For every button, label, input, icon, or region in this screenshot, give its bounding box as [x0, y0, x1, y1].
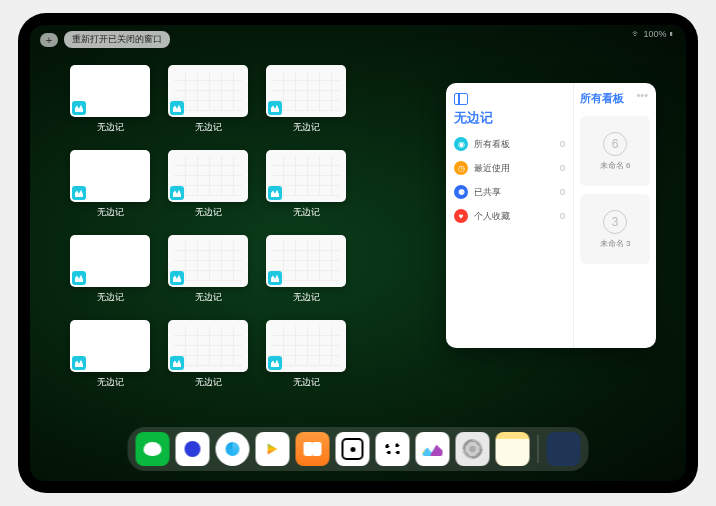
- board-card[interactable]: 6未命名 6: [580, 116, 650, 186]
- sidebar-icon: [454, 93, 468, 105]
- app-window[interactable]: 无边记: [70, 320, 150, 389]
- freeform-icon: [268, 271, 282, 285]
- graph-icon[interactable]: [376, 432, 410, 466]
- app-label: 无边记: [195, 376, 222, 389]
- filter-count: 0: [560, 211, 565, 221]
- window-thumbnail: [70, 150, 150, 202]
- filter-row[interactable]: ◉所有看板0: [454, 137, 565, 151]
- filter-label: 个人收藏: [474, 210, 510, 223]
- window-thumbnail: [266, 235, 346, 287]
- filter-count: 0: [560, 163, 565, 173]
- more-button[interactable]: •••: [636, 89, 648, 101]
- window-thumbnail: [168, 320, 248, 372]
- popover-title: 无边记: [454, 109, 565, 127]
- window-thumbnail: [70, 235, 150, 287]
- window-thumbnail: [168, 65, 248, 117]
- app-window[interactable]: 无边记: [70, 235, 150, 304]
- notes-icon[interactable]: [496, 432, 530, 466]
- app-window[interactable]: 无边记: [168, 65, 248, 134]
- board-sketch: 3: [603, 210, 627, 234]
- popover-content: ••• 所有看板 6未命名 63未命名 3: [574, 83, 656, 348]
- freeform-icon: [72, 186, 86, 200]
- board-name: 未命名 6: [600, 160, 631, 171]
- app-label: 无边记: [97, 291, 124, 304]
- app-label: 无边记: [293, 121, 320, 134]
- filter-icon: ♥: [454, 209, 468, 223]
- app-label: 无边记: [97, 121, 124, 134]
- app-library-icon[interactable]: [547, 432, 581, 466]
- app-label: 无边记: [97, 206, 124, 219]
- top-bar: + 重新打开已关闭的窗口: [40, 31, 170, 48]
- window-thumbnail: [168, 235, 248, 287]
- filter-row[interactable]: ◷最近使用0: [454, 161, 565, 175]
- settings-icon[interactable]: [456, 432, 490, 466]
- filter-icon: ◉: [454, 137, 468, 151]
- dock-separator: [538, 435, 539, 463]
- popover-sidebar: 无边记 ◉所有看板0◷最近使用0⚉已共享0♥个人收藏0: [446, 83, 574, 348]
- status-bar: ᯤ 100% ▮: [632, 29, 674, 39]
- freeform-icon: [170, 356, 184, 370]
- filter-count: 0: [560, 139, 565, 149]
- board-card[interactable]: 3未命名 3: [580, 194, 650, 264]
- app-window[interactable]: 无边记: [70, 65, 150, 134]
- filter-label: 最近使用: [474, 162, 510, 175]
- play-icon[interactable]: [256, 432, 290, 466]
- app-label: 无边记: [97, 376, 124, 389]
- multitask-grid: 无边记无边记无边记无边记无边记无边记无边记无边记无边记无边记无边记无边记: [70, 65, 440, 389]
- app-label: 无边记: [293, 206, 320, 219]
- window-thumbnail: [266, 150, 346, 202]
- app-window[interactable]: 无边记: [168, 235, 248, 304]
- freeform-icon: [268, 101, 282, 115]
- app-window[interactable]: 无边记: [168, 320, 248, 389]
- freeform-icon: [268, 186, 282, 200]
- freeform-icon: [72, 101, 86, 115]
- app-window[interactable]: 无边记: [266, 65, 346, 134]
- freeform-icon: [170, 186, 184, 200]
- freeform-icon: [170, 101, 184, 115]
- window-thumbnail: [266, 65, 346, 117]
- freeform-icon: [72, 271, 86, 285]
- new-window-button[interactable]: +: [40, 33, 58, 47]
- window-thumbnail: [266, 320, 346, 372]
- app-window[interactable]: 无边记: [266, 235, 346, 304]
- board-sketch: 6: [603, 132, 627, 156]
- freeform-icon: [72, 356, 86, 370]
- dice-icon[interactable]: [336, 432, 370, 466]
- app-window[interactable]: 无边记: [266, 150, 346, 219]
- screen: ᯤ 100% ▮ + 重新打开已关闭的窗口 无边记无边记无边记无边记无边记无边记…: [30, 25, 686, 481]
- books-icon[interactable]: [296, 432, 330, 466]
- window-thumbnail: [70, 320, 150, 372]
- freeform-popover: 无边记 ◉所有看板0◷最近使用0⚉已共享0♥个人收藏0 ••• 所有看板 6未命…: [446, 83, 656, 348]
- freeform-icon: [170, 271, 184, 285]
- quark-icon[interactable]: [176, 432, 210, 466]
- filter-count: 0: [560, 187, 565, 197]
- filter-label: 所有看板: [474, 138, 510, 151]
- app-label: 无边记: [195, 206, 222, 219]
- freeform-icon[interactable]: [416, 432, 450, 466]
- app-window[interactable]: 无边记: [70, 150, 150, 219]
- dock: [128, 427, 589, 471]
- app-label: 无边记: [293, 291, 320, 304]
- reopen-closed-window-button[interactable]: 重新打开已关闭的窗口: [64, 31, 170, 48]
- app-label: 无边记: [195, 291, 222, 304]
- wechat-icon[interactable]: [136, 432, 170, 466]
- filter-label: 已共享: [474, 186, 501, 199]
- filter-icon: ⚉: [454, 185, 468, 199]
- freeform-icon: [268, 356, 282, 370]
- filter-row[interactable]: ⚉已共享0: [454, 185, 565, 199]
- app-window[interactable]: 无边记: [168, 150, 248, 219]
- app-label: 无边记: [293, 376, 320, 389]
- filter-row[interactable]: ♥个人收藏0: [454, 209, 565, 223]
- ipad-frame: ᯤ 100% ▮ + 重新打开已关闭的窗口 无边记无边记无边记无边记无边记无边记…: [18, 13, 698, 493]
- browser-icon[interactable]: [216, 432, 250, 466]
- window-thumbnail: [70, 65, 150, 117]
- window-thumbnail: [168, 150, 248, 202]
- app-window[interactable]: 无边记: [266, 320, 346, 389]
- board-name: 未命名 3: [600, 238, 631, 249]
- app-label: 无边记: [195, 121, 222, 134]
- filter-icon: ◷: [454, 161, 468, 175]
